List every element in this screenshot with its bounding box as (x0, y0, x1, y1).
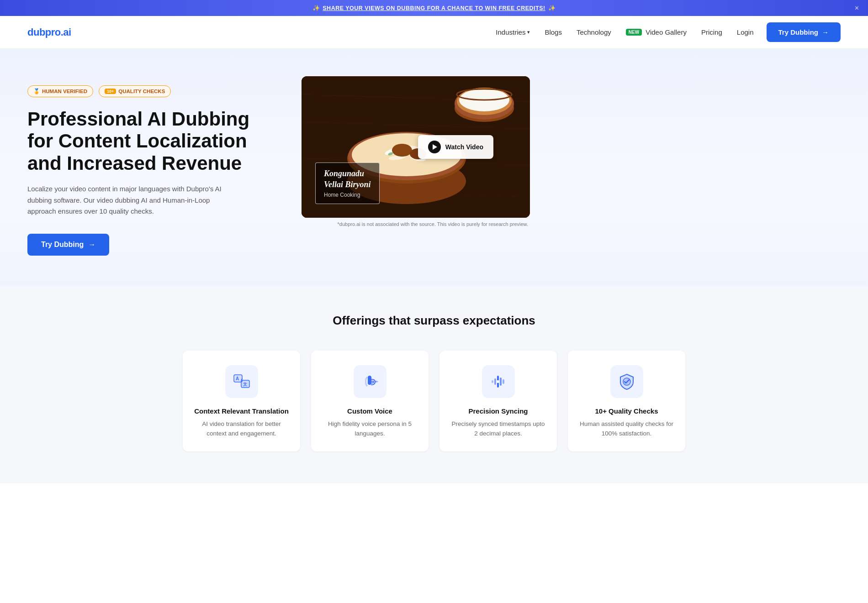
nav-item-video-gallery[interactable]: NEW Video Gallery (626, 28, 687, 36)
nav-link-industries[interactable]: Industries ▾ (496, 28, 530, 36)
nav-links: Industries ▾ Blogs Technology NEW Video … (496, 28, 753, 36)
hero-try-dubbing-button[interactable]: Try Dubbing → (27, 234, 109, 256)
offering-card-voice: Custom Voice High fidelity voice persona… (311, 351, 429, 451)
offering-name-voice: Custom Voice (347, 407, 392, 415)
translate-icon: A 文 (233, 373, 250, 390)
offering-desc-voice: High fidelity voice persona in 5 languag… (322, 419, 418, 439)
play-icon (428, 141, 441, 153)
verified-icon: 🏅 (33, 88, 40, 94)
main-nav: dubpro.ai Industries ▾ Blogs Technology … (0, 16, 868, 49)
video-disclaimer: *dubpro.ai is not associated with the so… (302, 221, 530, 227)
offering-card-sync: Precision Syncing Precisely synced times… (439, 351, 557, 451)
recipe-category: Home Cooking (324, 192, 371, 198)
sparkle-right-icon: ✨ (548, 5, 556, 11)
svg-point-38 (497, 380, 499, 383)
play-triangle (433, 144, 437, 150)
hero-title: Professional AI Dubbing for Content Loca… (27, 108, 274, 174)
voice-icon-wrap (354, 365, 386, 398)
offering-desc-translation: AI video translation for better context … (194, 419, 289, 439)
svg-rect-34 (494, 378, 496, 385)
new-badge: NEW (626, 29, 642, 36)
watch-video-label: Watch Video (445, 143, 483, 151)
quality-checks-badge: 10+ QUALITY CHECKS (99, 85, 171, 97)
offering-desc-quality: Human assisted quality checks for 100% s… (579, 419, 674, 439)
nav-link-pricing[interactable]: Pricing (701, 28, 722, 36)
svg-text:A: A (236, 376, 239, 381)
sparkle-left-icon: ✨ (312, 5, 320, 11)
nav-item-technology[interactable]: Technology (577, 28, 611, 36)
video-caption: KongunaduVellai Biryoni Home Cooking (315, 163, 380, 204)
svg-point-14 (392, 144, 412, 157)
nav-link-blogs[interactable]: Blogs (545, 28, 562, 36)
watch-video-button[interactable]: Watch Video (418, 135, 493, 159)
offering-desc-sync: Precisely synced timestamps upto 2 decim… (450, 419, 546, 439)
chevron-down-icon: ▾ (527, 29, 530, 35)
svg-text:文: 文 (243, 382, 247, 387)
hero-content: 🏅 HUMAN VERIFIED 10+ QUALITY CHECKS Prof… (27, 76, 274, 256)
hero-section: 🏅 HUMAN VERIFIED 10+ QUALITY CHECKS Prof… (0, 49, 868, 286)
sync-icon (490, 373, 507, 390)
offering-card-quality: 10+ Quality Checks Human assisted qualit… (568, 351, 685, 451)
svg-rect-33 (492, 380, 493, 383)
nav-link-login[interactable]: Login (737, 28, 754, 36)
svg-rect-29 (368, 376, 371, 385)
sync-icon-wrap (482, 365, 515, 398)
recipe-name: KongunaduVellai Biryoni (324, 168, 371, 190)
offering-card-translation: A 文 Context Relevant Translation AI vide… (183, 351, 300, 451)
offerings-section: Offerings that surpass expectations A 文 … (0, 286, 868, 483)
nav-item-pricing[interactable]: Pricing (701, 28, 722, 36)
video-container: Watch Video KongunaduVellai Biryoni Home… (302, 76, 530, 218)
nav-try-dubbing-button[interactable]: Try Dubbing → (767, 22, 841, 42)
hero-badges: 🏅 HUMAN VERIFIED 10+ QUALITY CHECKS (27, 85, 274, 97)
offerings-title: Offerings that surpass expectations (27, 314, 841, 328)
hero-description: Localize your video content in major lan… (27, 184, 228, 217)
nav-link-video-gallery[interactable]: NEW Video Gallery (626, 28, 687, 36)
voice-icon (361, 373, 379, 390)
nav-link-technology[interactable]: Technology (577, 28, 611, 36)
offering-name-sync: Precision Syncing (468, 407, 528, 415)
arrow-icon: → (88, 241, 95, 249)
nav-item-industries[interactable]: Industries ▾ (496, 28, 530, 36)
banner-link[interactable]: SHARE YOUR VIEWS ON DUBBING FOR A CHANCE… (323, 5, 545, 11)
offering-name-quality: 10+ Quality Checks (595, 407, 658, 415)
offerings-grid: A 文 Context Relevant Translation AI vide… (183, 351, 685, 451)
offering-name-translation: Context Relevant Translation (194, 407, 289, 415)
promo-banner: ✨ SHARE YOUR VIEWS ON DUBBING FOR A CHAN… (0, 0, 868, 16)
banner-close-button[interactable]: × (855, 4, 859, 12)
logo[interactable]: dubpro.ai (27, 26, 71, 38)
svg-point-32 (377, 381, 378, 382)
human-verified-badge: 🏅 HUMAN VERIFIED (27, 85, 93, 97)
svg-rect-36 (500, 378, 502, 386)
arrow-icon: → (822, 28, 829, 36)
nav-item-login[interactable]: Login (737, 28, 754, 36)
nav-item-blogs[interactable]: Blogs (545, 28, 562, 36)
shield-check-icon (618, 373, 635, 390)
hero-video-area: Watch Video KongunaduVellai Biryoni Home… (302, 76, 530, 227)
quality-icon-wrap (610, 365, 643, 398)
quality-number: 10+ (105, 89, 116, 94)
svg-rect-37 (503, 379, 504, 384)
translation-icon-wrap: A 文 (225, 365, 258, 398)
